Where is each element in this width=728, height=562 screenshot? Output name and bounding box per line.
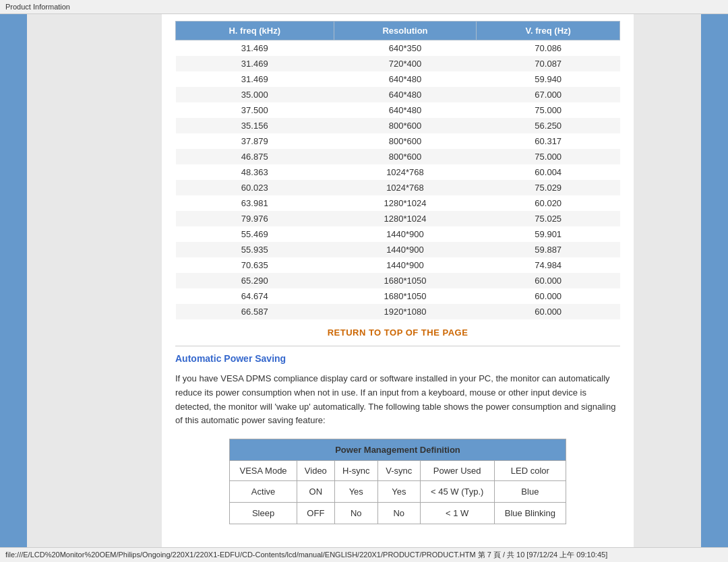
side-panel-left [27, 14, 162, 553]
table-row: 60.000 [477, 304, 620, 319]
top-bar-label: Product Information [5, 3, 70, 11]
list-item: Blue [494, 481, 566, 503]
table-row: 59.887 [477, 242, 620, 257]
power-table-wrapper: Power Management Definition VESA ModeVid… [229, 439, 566, 524]
table-row: 67.000 [477, 87, 620, 102]
status-bar-text: file:///E/LCD%20Monitor%20OEM/Philips/On… [5, 551, 607, 559]
table-row: 70.087 [477, 56, 620, 71]
list-item: Blue Blinking [494, 503, 566, 524]
table-row: 31.469 [176, 40, 334, 57]
freq-table-header-hfreq: H. freq (kHz) [176, 22, 334, 40]
freq-table-header-resolution: Resolution [334, 22, 477, 40]
side-panel-right [634, 14, 701, 553]
table-row: 800*600 [334, 118, 477, 133]
sidebar-left [0, 14, 27, 553]
list-item: Yes [334, 481, 377, 503]
table-row: 37.500 [176, 102, 334, 118]
power-table-header: LED color [494, 461, 566, 481]
table-row: 55.469 [176, 226, 334, 242]
power-table-header: VESA Mode [230, 461, 297, 481]
auto-saving-section: Automatic Power Saving If you have VESA … [175, 353, 620, 524]
table-row: 60.317 [477, 133, 620, 149]
table-row: 35.000 [176, 87, 334, 102]
power-table-title: Power Management Definition [230, 439, 566, 461]
table-row: 60.020 [477, 195, 620, 211]
table-row: 1440*900 [334, 257, 477, 273]
table-row: 35.156 [176, 118, 334, 133]
table-row: 75.025 [477, 211, 620, 226]
power-table-header: Video [297, 461, 334, 481]
main-content: H. freq (kHz) Resolution V. freq (Hz) 31… [162, 14, 634, 553]
status-bar: file:///E/LCD%20Monitor%20OEM/Philips/On… [0, 547, 728, 562]
list-item: Sleep [230, 503, 297, 524]
table-row: 1920*1080 [334, 304, 477, 319]
description-text: If you have VESA DPMS compliance display… [175, 372, 620, 428]
list-item: No [377, 503, 420, 524]
list-item: Active [230, 481, 297, 503]
list-item: Yes [377, 481, 420, 503]
table-row: 1440*900 [334, 242, 477, 257]
table-row: 70.086 [477, 40, 620, 57]
table-row: 1280*1024 [334, 195, 477, 211]
list-item: ON [297, 481, 334, 503]
power-table: Power Management Definition VESA ModeVid… [229, 439, 566, 524]
table-row: 75.029 [477, 180, 620, 195]
power-table-header: V-sync [377, 461, 420, 481]
table-row: 31.469 [176, 71, 334, 87]
return-link[interactable]: RETURN TO TOP OF THE PAGE [328, 327, 468, 338]
top-bar: Product Information [0, 0, 728, 14]
table-row: 640*350 [334, 40, 477, 57]
table-row: 64.674 [176, 288, 334, 304]
table-row: 60.000 [477, 288, 620, 304]
table-row: 74.984 [477, 257, 620, 273]
table-row: 59.940 [477, 71, 620, 87]
table-row: 56.250 [477, 118, 620, 133]
divider [175, 346, 620, 346]
return-link-container: RETURN TO TOP OF THE PAGE [175, 327, 620, 338]
table-row: 1680*1050 [334, 273, 477, 288]
table-row: 1280*1024 [334, 211, 477, 226]
table-row: 59.901 [477, 226, 620, 242]
table-row: 31.469 [176, 56, 334, 71]
table-row: 79.976 [176, 211, 334, 226]
table-row: 65.290 [176, 273, 334, 288]
table-row: 60.004 [477, 164, 620, 180]
power-table-header: H-sync [334, 461, 377, 481]
table-row: 46.875 [176, 149, 334, 164]
table-row: 1440*900 [334, 226, 477, 242]
table-row: 60.000 [477, 273, 620, 288]
power-table-header: Power Used [420, 461, 494, 481]
table-row: 640*480 [334, 71, 477, 87]
table-row: 1680*1050 [334, 288, 477, 304]
section-title: Automatic Power Saving [175, 353, 620, 364]
table-row: 1024*768 [334, 164, 477, 180]
table-row: 640*480 [334, 102, 477, 118]
table-row: 60.023 [176, 180, 334, 195]
table-row: 800*600 [334, 149, 477, 164]
sidebar-right [701, 14, 728, 553]
list-item: No [334, 503, 377, 524]
table-row: 70.635 [176, 257, 334, 273]
table-row: 640*480 [334, 87, 477, 102]
table-row: 75.000 [477, 102, 620, 118]
list-item: < 45 W (Typ.) [420, 481, 494, 503]
table-row: 800*600 [334, 133, 477, 149]
table-row: 75.000 [477, 149, 620, 164]
table-row: 66.587 [176, 304, 334, 319]
table-row: 720*400 [334, 56, 477, 71]
freq-table-header-vfreq: V. freq (Hz) [477, 22, 620, 40]
table-row: 55.935 [176, 242, 334, 257]
table-row: 1024*768 [334, 180, 477, 195]
table-row: 63.981 [176, 195, 334, 211]
list-item: OFF [297, 503, 334, 524]
list-item: < 1 W [420, 503, 494, 524]
table-row: 37.879 [176, 133, 334, 149]
table-row: 48.363 [176, 164, 334, 180]
freq-table: H. freq (kHz) Resolution V. freq (Hz) 31… [175, 21, 620, 319]
